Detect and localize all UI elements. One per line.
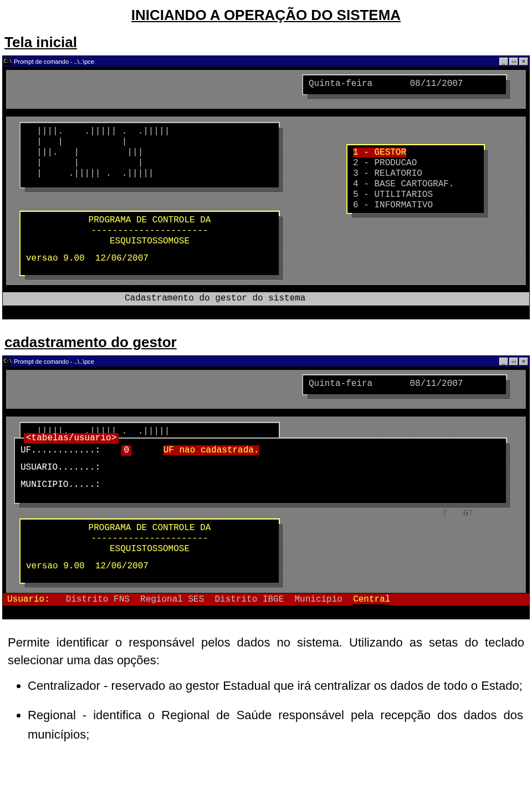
dos-window-1: C:\ Prompt de comando - ..\..\pce _ ▭ ✕ … [2, 55, 530, 319]
form-header: <tabelas/usuario> [24, 433, 119, 444]
minimize-button[interactable]: _ [499, 358, 508, 365]
menu-item-relatorio[interactable]: 3 - RELATORIO [353, 169, 478, 179]
status-text-1: Cadastramento do gestor do sistema [3, 292, 529, 306]
program-info-box-2: PROGRAMA DE CONTROLE DA ----------------… [19, 518, 280, 584]
cmd-icon: C:\ [4, 358, 12, 365]
opt-central-selected[interactable]: Central [353, 594, 390, 605]
date-day: Quinta-feira [309, 79, 372, 89]
dos-window-2: C:\ Prompt de comando - ..\..\pce _ ▭ ✕ … [2, 355, 530, 619]
program-version: versao 9.00 12/06/2007 [26, 253, 273, 264]
dos-screen-2: Quinta-feira 08/11/2007 |||||. .||||| . … [3, 367, 529, 619]
page-title: INICIANDO A OPERAÇÃO DO SISTEMA [0, 7, 532, 24]
maximize-button[interactable]: ▭ [509, 358, 518, 365]
uf-input[interactable]: 0 [121, 445, 131, 456]
dos-screen-1: Quinta-feira 08/11/2007 ||||. .||||| . .… [3, 67, 529, 319]
window-title-2: Prompt de comando - ..\..\pce [14, 358, 94, 365]
program-line2: ---------------------- [26, 226, 273, 236]
options-list: Centralizador - reservado ao gestor Esta… [28, 676, 532, 745]
program-info-box: PROGRAMA DE CONTROLE DA ----------------… [19, 211, 280, 276]
minimize-button[interactable]: _ [499, 58, 508, 65]
menu-item-base-cartograf[interactable]: 4 - BASE CARTOGRAF. [353, 179, 478, 190]
uf-label: UF............: [21, 445, 100, 455]
date-box: Quinta-feira 08/11/2007 [302, 74, 507, 95]
opt-distrito-fns[interactable]: Distrito FNS [66, 594, 130, 605]
uf-error-msg: UF nao cadastrada. [163, 445, 259, 455]
date-day-2: Quinta-feira [309, 379, 372, 389]
body-paragraph: Permite identificar o responsável pelos … [8, 634, 524, 669]
form-panel: <tabelas/usuario> UF............: 0 UF n… [14, 437, 507, 504]
date-value-2: 08/11/2007 [410, 379, 463, 389]
menu-item-producao[interactable]: 2 - PRODUCAO [353, 158, 478, 169]
main-menu[interactable]: 1 - GESTOR 2 - PRODUCAO 3 - RELATORIO 4 … [346, 144, 485, 214]
menu-item-gestor[interactable]: 1 - GESTOR [353, 147, 478, 158]
window-title: Prompt de comando - ..\..\pce [14, 58, 94, 65]
program-line3: ESQUISTOSSOMOSE [26, 236, 273, 247]
date-value: 08/11/2007 [410, 79, 463, 89]
menu-item-utilitarios[interactable]: 5 - UTILITARIOS [353, 190, 478, 200]
menu-item-gt: 7 - GT [442, 508, 474, 519]
municipio-label: MUNICIPIO.....: [21, 480, 100, 490]
opt-municipio[interactable]: Municipio [295, 594, 342, 605]
program-line1: PROGRAMA DE CONTROLE DA [26, 215, 273, 226]
opt-regional-ses[interactable]: Regional SES [140, 594, 204, 605]
date-box-2: Quinta-feira 08/11/2007 [302, 374, 507, 395]
ascii-art: ||||. .||||| . .||||| [26, 126, 273, 137]
maximize-button[interactable]: ▭ [509, 58, 518, 65]
bullet-regional: Regional - identifica o Regional de Saúd… [28, 705, 532, 744]
section-cadastramento: cadastramento do gestor [4, 334, 532, 351]
usuario-bar-label: Usuario: [7, 594, 50, 605]
bullet-centralizador: Centralizador - reservado ao gestor Esta… [28, 676, 532, 695]
section-tela-inicial: Tela inicial [4, 34, 532, 51]
ascii-logo-box: ||||. .||||| . .||||| | | | |||. | ||| |… [19, 122, 280, 189]
menu-item-informativo[interactable]: 6 - INFORMATIVO [353, 200, 478, 211]
close-button[interactable]: ✕ [519, 58, 528, 65]
usuario-selector-bar[interactable]: Usuario: Distrito FNS Regional SES Distr… [3, 593, 529, 606]
opt-distrito-ibge[interactable]: Distrito IBGE [214, 594, 284, 605]
close-button[interactable]: ✕ [519, 358, 528, 365]
titlebar: C:\ Prompt de comando - ..\..\pce _ ▭ ✕ [3, 56, 529, 67]
cmd-icon: C:\ [4, 58, 12, 65]
titlebar-2: C:\ Prompt de comando - ..\..\pce _ ▭ ✕ [3, 356, 529, 367]
usuario-label: USUARIO.......: [21, 462, 100, 472]
